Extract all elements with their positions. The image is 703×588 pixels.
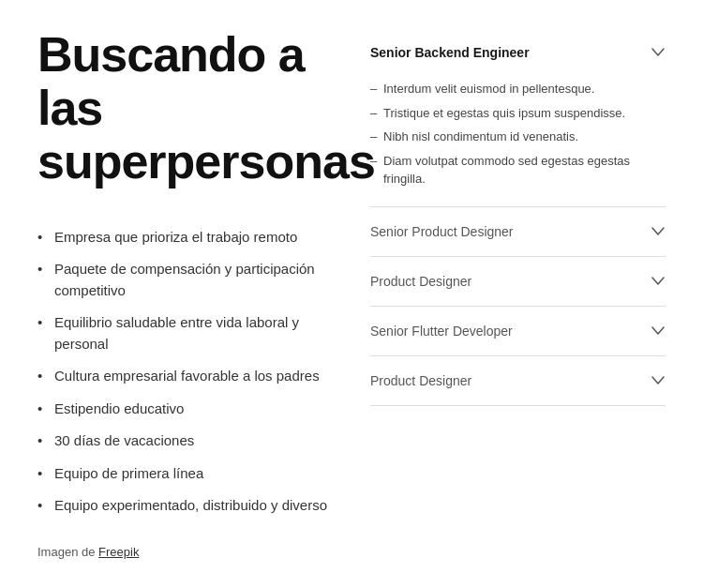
- job-item-senior-backend-engineer: Senior Backend Engineer Interdum velit e…: [370, 28, 666, 207]
- title-line1: Buscando a las: [37, 27, 305, 135]
- image-credit-text: Imagen de: [37, 545, 98, 559]
- job-header-senior-product-designer[interactable]: Senior Product Designer: [370, 207, 666, 256]
- job-desc-item-0-2: Nibh nisl condimentum id venenatis.: [370, 125, 666, 149]
- job-desc-item-0-3: Diam volutpat commodo sed egestas egesta…: [370, 149, 666, 191]
- page-wrapper: Buscando a las superpersonas Empresa que…: [0, 0, 703, 587]
- freepik-link[interactable]: Freepik: [98, 545, 139, 559]
- job-item-senior-product-designer: Senior Product Designer: [370, 207, 666, 257]
- benefit-item-3: Cultura empresarial favorable a los padr…: [37, 366, 333, 387]
- job-item-product-designer-2: Product Designer: [370, 356, 666, 406]
- job-title-senior-flutter-developer: Senior Flutter Developer: [370, 324, 513, 339]
- benefit-item-0: Empresa que prioriza el trabajo remoto: [37, 227, 333, 249]
- job-title-senior-backend-engineer: Senior Backend Engineer: [370, 45, 530, 60]
- main-title: Buscando a las superpersonas: [37, 28, 333, 189]
- job-item-product-designer: Product Designer: [370, 257, 666, 307]
- job-title-senior-product-designer: Senior Product Designer: [370, 224, 514, 239]
- job-title-product-designer-2: Product Designer: [370, 373, 471, 388]
- chevron-icon-senior-flutter-developer: [651, 324, 666, 339]
- benefit-item-4: Estipendio educativo: [37, 399, 333, 420]
- job-header-senior-flutter-developer[interactable]: Senior Flutter Developer: [370, 307, 666, 355]
- job-desc-item-0-0: Interdum velit euismod in pellentesque.: [370, 77, 666, 101]
- benefit-item-2: Equilibrio saludable entre vida laboral …: [37, 312, 333, 354]
- job-desc-item-0-1: Tristique et egestas quis ipsum suspendi…: [370, 101, 666, 126]
- benefit-item-7: Equipo experimentado, distribuido y dive…: [37, 495, 333, 517]
- benefit-item-6: Equipo de primera línea: [37, 463, 333, 485]
- benefits-list: Empresa que prioriza el trabajo remotoPa…: [37, 227, 333, 517]
- freepik-link-text: Freepik: [98, 545, 139, 559]
- job-title-product-designer: Product Designer: [370, 274, 471, 289]
- chevron-icon-senior-product-designer: [651, 224, 666, 239]
- job-content-senior-backend-engineer: Interdum velit euismod in pellentesque.T…: [370, 77, 666, 206]
- title-line2: superpersonas: [37, 134, 375, 188]
- chevron-icon-product-designer: [651, 274, 666, 289]
- job-header-product-designer-2[interactable]: Product Designer: [370, 356, 666, 405]
- job-header-senior-backend-engineer[interactable]: Senior Backend Engineer: [370, 28, 666, 77]
- job-item-senior-flutter-developer: Senior Flutter Developer: [370, 307, 666, 356]
- benefit-item-5: 30 días de vacaciones: [37, 430, 333, 452]
- chevron-icon-product-designer-2: [651, 373, 666, 388]
- chevron-icon-senior-backend-engineer: [651, 45, 666, 60]
- left-column: Buscando a las superpersonas Empresa que…: [37, 28, 333, 559]
- right-column: Senior Backend Engineer Interdum velit e…: [370, 28, 666, 559]
- job-header-product-designer[interactable]: Product Designer: [370, 257, 666, 306]
- benefit-item-1: Paquete de compensación y participación …: [37, 259, 333, 301]
- job-accordion: Senior Backend Engineer Interdum velit e…: [370, 28, 666, 406]
- image-credit: Imagen de Freepik: [37, 545, 333, 559]
